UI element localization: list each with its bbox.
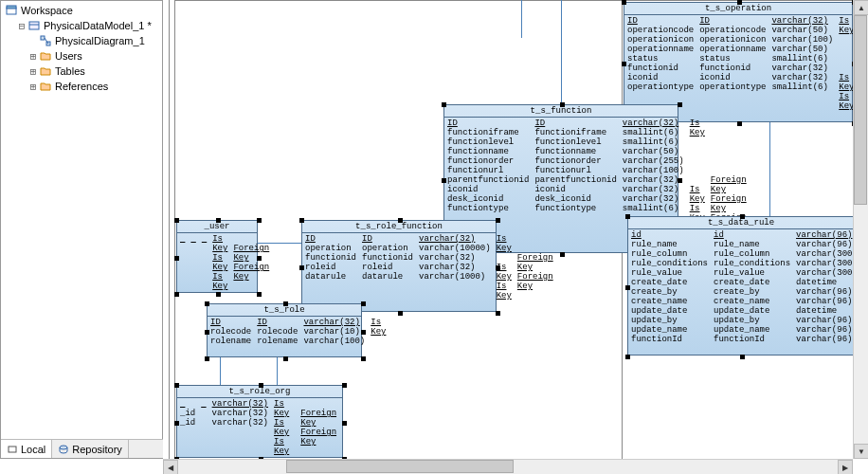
vertical-scrollbar[interactable]: ▲ ▼ [853,0,868,459]
resize-handle[interactable] [442,178,446,183]
scroll-thumb[interactable] [286,460,514,473]
entity-user[interactable]: _user Is KeyIs KeyIs Key Foreign KeyFore… [176,220,258,293]
resize-handle[interactable] [216,218,221,223]
entity-cell [201,399,206,409]
resize-handle[interactable] [174,292,179,297]
diagram-canvas[interactable]: t_s_operationIDoperationcodeoperationico… [163,0,868,474]
entity-cell: operation [305,244,356,253]
entity-cell: rule_conditions [631,259,708,268]
scroll-thumb[interactable] [854,15,867,205]
entity-cell: iconid [699,73,766,82]
resize-handle[interactable] [622,0,626,5]
resize-handle[interactable] [625,355,630,359]
resize-handle[interactable] [283,301,288,306]
tree-item-diagram[interactable]: PhysicalDiagram_1 [5,33,158,48]
entity-cell: ID [447,118,529,128]
resize-handle[interactable] [205,301,209,306]
entity-t-s-role[interactable]: t_s_roleIDrolecoderolenameIDrolecoderole… [207,303,362,357]
horizontal-scrollbar[interactable]: ◀ ▶ [163,459,853,474]
grid-line [174,0,175,459]
resize-handle[interactable] [216,292,221,297]
tree-toggle-icon[interactable]: ⊞ [27,50,39,63]
entity-cell: desk_iconid [534,194,616,204]
entity-cell: roleid [362,263,413,272]
resize-handle[interactable] [174,383,179,388]
resize-handle[interactable] [299,265,304,270]
tree-root-label: Workspace [20,5,73,16]
resize-handle[interactable] [496,311,500,316]
resize-handle[interactable] [361,301,366,306]
entity-cell: create_name [631,297,708,306]
resize-handle[interactable] [678,178,682,183]
entity-cell [300,399,339,409]
entity-cell [371,346,386,356]
resize-handle[interactable] [560,102,565,107]
entity-cell: varchar(32) [771,73,833,82]
resize-handle[interactable] [283,356,288,361]
entity-cell: functionurl [447,166,529,175]
entity-t-s-data-rule[interactable]: t_s_data_ruleidrule_namerule_columnrule_… [627,216,855,356]
entity-cell: operationicon [627,35,694,45]
entity-cell: functionid [699,64,766,73]
tree-root[interactable]: Workspace [5,3,158,18]
resize-handle[interactable] [740,355,745,359]
resize-handle[interactable] [678,102,682,107]
entity-cell: functionname [447,147,529,156]
resize-handle[interactable] [205,330,209,335]
tree-item-tables[interactable]: ⊞ Tables [5,64,158,79]
entity-cell [497,253,512,263]
local-icon [7,444,18,455]
scroll-down-button[interactable]: ▼ [854,444,868,459]
resize-handle[interactable] [257,218,262,223]
resize-handle[interactable] [737,0,742,5]
tree-item-model[interactable]: ⊟ PhysicalDataModel_1 * [5,18,158,33]
scroll-left-button[interactable]: ◀ [163,460,178,474]
entity-cell: functionorder [534,156,616,166]
workspace-icon [5,4,18,17]
entity-cell [690,175,705,185]
tree-toggle-icon[interactable]: ⊞ [27,81,39,93]
resize-handle[interactable] [257,256,262,261]
resize-handle[interactable] [398,311,403,316]
resize-handle[interactable] [361,330,366,335]
entity-column: Is Key [368,317,389,356]
entity-cell: datetime [796,278,858,287]
resize-handle[interactable] [361,356,366,361]
resize-handle[interactable] [299,218,304,223]
resize-handle[interactable] [259,383,263,388]
entity-cell: varchar(10) [303,327,365,337]
tab-local[interactable]: Local [1,440,52,458]
entity-cell [202,253,207,263]
entity-cell: update_date [714,306,790,316]
resize-handle[interactable] [625,285,630,290]
entity-cell: functionid [627,64,694,73]
tree-item-references[interactable]: ⊞ References [5,79,158,94]
resize-handle[interactable] [560,252,565,257]
resize-handle[interactable] [174,218,179,223]
resize-handle[interactable] [174,421,179,426]
resize-handle[interactable] [622,62,626,66]
tree-toggle-icon[interactable]: ⊞ [27,65,39,78]
entity-column: Foreign KeyForeign Key [298,398,342,457]
resize-handle[interactable] [625,214,630,219]
resize-handle[interactable] [205,356,209,361]
resize-handle[interactable] [398,218,403,223]
resize-handle[interactable] [496,218,500,223]
entity-t-s-role-function[interactable]: t_s_role_functionIDoperationfunctionidro… [301,220,497,312]
entity-t-s-role-org[interactable]: t_s_role_org _id_id varchar(32)varchar(3… [176,385,343,458]
scroll-up-button[interactable]: ▲ [854,0,868,15]
tree-toggle-icon[interactable]: ⊟ [16,20,27,32]
scroll-right-button[interactable]: ▶ [838,460,853,474]
resize-handle[interactable] [174,256,179,261]
tab-repository[interactable]: Repository [52,440,129,458]
resize-handle[interactable] [257,292,262,297]
entity-cell: varchar(32) [212,399,268,409]
resize-handle[interactable] [496,265,500,270]
resize-handle[interactable] [740,214,745,219]
resize-handle[interactable] [342,421,347,426]
entity-cell [190,244,195,253]
resize-handle[interactable] [342,383,347,388]
entity-cell: create_name [714,297,790,306]
tree-item-users[interactable]: ⊞ Users [5,48,158,64]
resize-handle[interactable] [442,102,446,107]
